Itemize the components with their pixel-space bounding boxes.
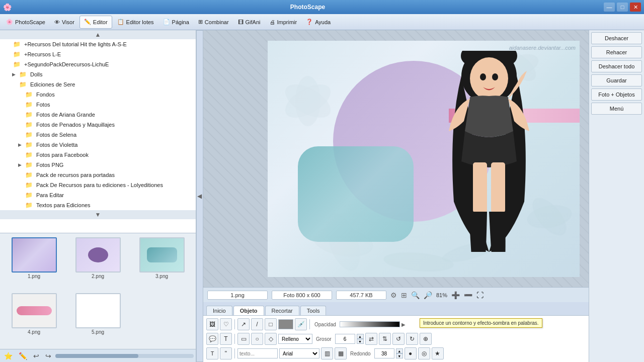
back-icon[interactable]: ↩ (31, 351, 41, 361)
menu-item-batch[interactable]: 📋Editor lotes (113, 16, 158, 29)
rect-tool[interactable]: □ (265, 318, 277, 330)
minimize-button[interactable]: — (604, 3, 615, 12)
menu-item-help[interactable]: ❓Ayuda (302, 16, 335, 29)
text-style-tool[interactable]: T (206, 347, 218, 359)
tree-item[interactable]: ▶📁Fotos PNG (0, 160, 196, 170)
star-shape-tool[interactable]: ★ (432, 347, 444, 359)
font-select[interactable]: Arial (279, 348, 319, 358)
panel-collapse-btn[interactable]: ◀ (196, 30, 203, 362)
menu-item-page[interactable]: 📄Página (159, 16, 193, 29)
image-tool[interactable]: 🖼 (206, 318, 218, 330)
tree-scroll-down[interactable]: ▼ (0, 210, 196, 219)
thumbnail-1[interactable]: 1.png (2, 235, 66, 291)
tree-item-label: +Recursos L-E (24, 51, 61, 57)
scroll-thumb (55, 354, 138, 358)
menu-item-viewer[interactable]: 👁Visor (50, 16, 78, 29)
zoom-out-button[interactable]: ➖ (464, 291, 472, 299)
layer-tool[interactable]: ⊕ (420, 333, 432, 345)
undo-all-button[interactable]: Deshacer todo (591, 60, 642, 72)
color-swatch[interactable] (278, 319, 293, 329)
star-icon[interactable]: ⭐ (2, 351, 15, 361)
tab-tools[interactable]: Tools (300, 306, 327, 315)
heart-tool[interactable]: ♡ (220, 318, 232, 330)
redondo-input[interactable] (374, 348, 394, 358)
forward-icon[interactable]: ↪ (43, 351, 53, 361)
flip-h-tool[interactable]: ⇄ (365, 333, 377, 345)
speech-bubble-tool[interactable]: 💬 (206, 333, 218, 345)
text-input-field[interactable] (237, 348, 278, 358)
thumbnail-4[interactable]: 4.png (2, 291, 66, 347)
redondo-up[interactable]: ▲ (396, 348, 403, 353)
cursor-tool[interactable]: ↗ (237, 318, 250, 330)
tree-item[interactable]: 📁Fotos de Penados y Maquillajes (0, 120, 196, 130)
grosor-input[interactable] (335, 334, 355, 344)
status-zoom-out-icon[interactable]: 🔎 (424, 291, 432, 299)
tree-item[interactable]: 📁Fotos de Selena (0, 130, 196, 140)
close-button[interactable]: ✕ (630, 3, 641, 12)
menu-item-gifani[interactable]: 🎞GifAni (234, 16, 265, 29)
grosor-spinner[interactable]: ▲ ▼ (357, 334, 364, 344)
line-tool[interactable]: / (251, 318, 263, 330)
undo-button[interactable]: Deshacer (591, 32, 642, 44)
tree-scroll-up[interactable]: ▲ (0, 30, 196, 39)
diamond-tool[interactable]: ◇ (265, 333, 277, 345)
status-zoom-fit[interactable]: ⊞ (401, 291, 407, 299)
text-tool[interactable]: T (220, 333, 232, 345)
tree-item[interactable]: 📁+Recursos Del tutorial Hit the lights A… (0, 39, 196, 49)
menu-button[interactable]: Menú (591, 103, 642, 115)
tree-item[interactable]: 📁+SegundoPackDerecursos-LichuE (0, 59, 196, 69)
tab-objeto[interactable]: Objeto (233, 306, 264, 315)
tree-item[interactable]: 📁Pack De Recursos para tu ediciones - Lo… (0, 180, 196, 190)
tab-inicio[interactable]: Inicio (206, 306, 232, 315)
circle-outline-tool[interactable]: ○ (251, 333, 263, 345)
rect-outline-tool[interactable]: ▭ (237, 333, 250, 345)
thumbnail-2[interactable]: 2.png (66, 235, 130, 291)
menu-item-home[interactable]: 🌸PhotoScape (2, 16, 49, 29)
tree-item[interactable]: 📁Textos para Ediciones (0, 200, 196, 210)
edit-icon[interactable]: ✏️ (17, 351, 29, 361)
quote-tool[interactable]: " (220, 347, 232, 359)
thumbnail-5[interactable]: 5.png (66, 291, 130, 347)
shape-style-select[interactable]: Relleno Contorno (278, 334, 312, 344)
tree-item-label: Fondos (36, 92, 55, 98)
redondo-down[interactable]: ▼ (396, 353, 403, 358)
tree-item[interactable]: 📁Fondos (0, 89, 196, 100)
ring-shape-tool[interactable]: ◎ (418, 347, 430, 359)
tree-item[interactable]: 📁Fotos para Facebook (0, 150, 196, 160)
menu-item-print[interactable]: 🖨Imprimir (266, 16, 301, 29)
save-button[interactable]: Guardar (591, 74, 642, 86)
zoom-in-button[interactable]: ➕ (451, 291, 460, 299)
rotate-l-tool[interactable]: ↺ (392, 333, 405, 345)
grosor-down[interactable]: ▼ (357, 339, 364, 344)
status-zoom-in-icon[interactable]: 🔍 (411, 291, 420, 299)
menu-item-combine[interactable]: ⊞Combinar (194, 16, 233, 29)
menu-icon-batch: 📋 (117, 19, 124, 25)
eyedropper-tool[interactable]: 💉 (295, 318, 307, 330)
tree-item[interactable]: ▶📁Dolls (0, 69, 196, 79)
tree-item[interactable]: 📁Ediciones de Sere (0, 79, 196, 89)
thumbnail-3[interactable]: 3.png (130, 235, 194, 291)
rotate-r-tool[interactable]: ↻ (406, 333, 418, 345)
nav-scrollbar[interactable] (55, 354, 194, 358)
tree-item[interactable]: 📁Fotos (0, 100, 196, 110)
maximize-button[interactable]: □ (617, 3, 628, 12)
redo-button[interactable]: Rehacer (591, 46, 642, 58)
tree-item[interactable]: 📁Para Editar (0, 190, 196, 200)
redondo-spinner[interactable]: ▲ ▼ (396, 348, 403, 358)
tree-item[interactable]: 📁+Recursos L-E (0, 49, 196, 59)
opacity-slider[interactable] (340, 321, 400, 327)
status-zoom-icon: ⚙ (390, 291, 397, 299)
circle-shape-tool[interactable]: ● (405, 347, 417, 359)
menu-item-editor[interactable]: ✏️Editor (79, 16, 112, 29)
grosor-up[interactable]: ▲ (357, 334, 364, 339)
tree-item[interactable]: 📁Fotos de Ariana Grande (0, 110, 196, 120)
text-shadow-tool[interactable]: ▦ (335, 347, 347, 359)
tool-divider-3 (234, 334, 235, 344)
photo-objects-button[interactable]: Foto + Objetos (591, 88, 642, 101)
tree-item[interactable]: ▶📁Fotos de Violetta (0, 140, 196, 150)
tree-item[interactable]: 📁Pack de recursos para portadas (0, 170, 196, 180)
flip-v-tool[interactable]: ⇅ (379, 333, 391, 345)
tab-recortar[interactable]: Recortar (265, 306, 299, 315)
fullscreen-button[interactable]: ⛶ (476, 291, 484, 299)
text-bg-tool[interactable]: ▥ (321, 347, 333, 359)
